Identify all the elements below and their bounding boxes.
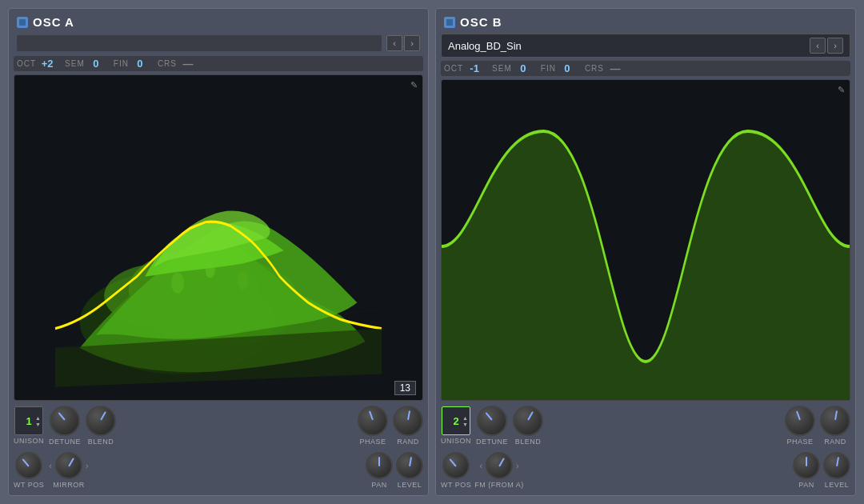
osc-b-sem-item: SEM 0: [492, 62, 531, 74]
osc-a-detune-knob[interactable]: [50, 406, 80, 436]
osc-a-crs-value[interactable]: —: [180, 58, 196, 70]
osc-b-unison-down[interactable]: ▼: [462, 422, 468, 427]
osc-a-wavetable-svg: [14, 75, 422, 400]
osc-b-controls-row2: WT POS ‹ › FM (FROM A) PAN LEVEL: [441, 450, 850, 490]
osc-b-wtpos-knob[interactable]: [442, 452, 470, 479]
osc-b-fin-value[interactable]: 0: [559, 62, 575, 74]
osc-a-unison-label: UNISON: [14, 437, 44, 445]
osc-b-phase-group: PHASE: [785, 406, 815, 446]
osc-b-tune-bar: OCT -1 SEM 0 FIN 0 CRS —: [441, 61, 850, 76]
osc-b-fin-item: FIN 0: [541, 62, 575, 74]
osc-b-rand-group: RAND: [820, 406, 850, 446]
osc-a-wtpos-label: WT POS: [14, 481, 44, 489]
osc-b-detune-group: DETUNE: [476, 406, 508, 446]
osc-a-blend-label: BLEND: [88, 438, 114, 446]
osc-a-mirror-next[interactable]: ›: [84, 459, 90, 472]
osc-a-fin-value[interactable]: 0: [132, 58, 148, 70]
osc-b-edit-icon[interactable]: ✎: [838, 85, 845, 95]
osc-a-mirror-label: MIRROR: [53, 481, 85, 489]
osc-a-wtpos-group: WT POS: [14, 452, 44, 489]
osc-a-unison-value: 1: [26, 415, 31, 427]
osc-a-phase-label: PHASE: [359, 438, 386, 446]
osc-a-header: OSC A: [14, 14, 423, 30]
osc-a-unison-box[interactable]: 1 ▲ ▼: [14, 406, 43, 435]
osc-a-waveform-display: ✎ 13: [14, 74, 423, 401]
osc-b-rand-knob[interactable]: [820, 406, 850, 436]
osc-a-crs-label: CRS: [158, 59, 177, 68]
osc-b-crs-value[interactable]: —: [607, 62, 623, 74]
osc-a-pan-label: PAN: [371, 481, 386, 489]
osc-b-prev-button[interactable]: ‹: [810, 38, 826, 54]
osc-b-oct-value[interactable]: -1: [466, 62, 482, 74]
osc-a-panel: OSC A ‹ › OCT +2 SEM 0 FIN 0: [8, 8, 429, 496]
osc-b-detune-knob[interactable]: [477, 406, 507, 436]
osc-b-waveform-display: ✎: [441, 79, 850, 401]
osc-a-detune-label: DETUNE: [49, 438, 81, 446]
osc-b-oct-item: OCT -1: [444, 62, 482, 74]
osc-a-level-knob[interactable]: [396, 452, 423, 479]
osc-a-frame-number[interactable]: 13: [394, 381, 416, 395]
osc-a-rand-knob[interactable]: [393, 406, 423, 436]
osc-b-level-label: LEVEL: [825, 481, 850, 489]
osc-b-level-group: LEVEL: [823, 452, 850, 489]
osc-a-blend-knob[interactable]: [86, 406, 116, 436]
osc-a-phase-group: PHASE: [358, 406, 388, 446]
osc-a-edit-icon[interactable]: ✎: [410, 80, 418, 90]
svg-point-10: [171, 273, 184, 294]
osc-b-sem-label: SEM: [492, 64, 512, 73]
osc-b-wtpos-label: WT POS: [441, 481, 471, 489]
osc-b-level-knob[interactable]: [823, 452, 850, 479]
osc-a-fin-item: FIN 0: [114, 58, 148, 70]
osc-b-sine-svg: [442, 80, 850, 400]
osc-a-level-label: LEVEL: [398, 481, 422, 489]
osc-a-tune-bar: OCT +2 SEM 0 FIN 0 CRS —: [14, 56, 423, 71]
osc-b-fin-label: FIN: [541, 64, 556, 73]
osc-a-prev-button[interactable]: ‹: [386, 35, 402, 51]
osc-a-rand-group: RAND: [393, 406, 423, 446]
osc-b-fm-prev[interactable]: ‹: [478, 459, 484, 472]
osc-b-nav-arrows: ‹ ›: [810, 38, 843, 54]
osc-b-fm-next[interactable]: ›: [514, 459, 521, 472]
osc-a-sem-label: SEM: [65, 59, 85, 68]
osc-b-sem-value[interactable]: 0: [515, 62, 531, 74]
osc-a-spacer: [17, 35, 382, 51]
osc-b-detune-label: DETUNE: [476, 438, 508, 446]
osc-a-wtpos-knob[interactable]: [15, 452, 42, 479]
osc-a-next-button[interactable]: ›: [404, 35, 420, 51]
osc-a-unison-down[interactable]: ▼: [35, 422, 41, 427]
osc-a-level-group: LEVEL: [396, 452, 423, 489]
osc-a-unison-up[interactable]: ▲: [35, 415, 41, 421]
osc-a-pan-knob[interactable]: [366, 452, 393, 479]
osc-a-mirror-prev[interactable]: ‹: [47, 459, 54, 472]
osc-b-oct-label: OCT: [444, 64, 463, 73]
osc-a-mirror-knob[interactable]: [55, 452, 82, 479]
svg-point-11: [206, 262, 215, 278]
osc-b-wtpos-group: WT POS: [441, 452, 471, 489]
osc-b-phase-knob[interactable]: [785, 406, 815, 436]
osc-a-mirror-group: ‹ › MIRROR: [47, 452, 90, 489]
osc-b-icon: [444, 17, 455, 28]
osc-b-fm-group: ‹ › FM (FROM A): [474, 452, 524, 489]
osc-b-blend-knob[interactable]: [513, 406, 543, 436]
osc-b-waveform-name: Analog_BD_Sin: [448, 40, 522, 52]
osc-b-unison-arrows[interactable]: ▲ ▼: [462, 415, 468, 427]
osc-b-pan-knob[interactable]: [793, 452, 820, 479]
osc-b-next-button[interactable]: ›: [827, 38, 843, 54]
osc-b-unison-up[interactable]: ▲: [462, 415, 468, 421]
osc-a-blend-group: BLEND: [86, 406, 116, 446]
osc-a-rand-label: RAND: [397, 438, 419, 446]
osc-a-phase-knob[interactable]: [358, 406, 388, 436]
osc-a-pan-group: PAN: [366, 452, 393, 489]
osc-a-unison-arrows[interactable]: ▲ ▼: [35, 415, 41, 427]
osc-a-unison-group: 1 ▲ ▼ UNISON: [14, 406, 44, 445]
osc-a-oct-value[interactable]: +2: [39, 58, 55, 70]
osc-b-header: OSC B: [441, 14, 850, 30]
osc-a-sem-value[interactable]: 0: [88, 58, 104, 70]
osc-b-blend-label: BLEND: [515, 438, 542, 446]
osc-b-unison-label: UNISON: [441, 437, 471, 445]
osc-b-unison-box[interactable]: 2 ▲ ▼: [442, 406, 470, 435]
osc-a-oct-label: OCT: [17, 59, 36, 68]
osc-b-fm-knob[interactable]: [486, 452, 513, 479]
osc-b-pan-label: PAN: [798, 481, 814, 489]
osc-b-pan-group: PAN: [793, 452, 820, 489]
